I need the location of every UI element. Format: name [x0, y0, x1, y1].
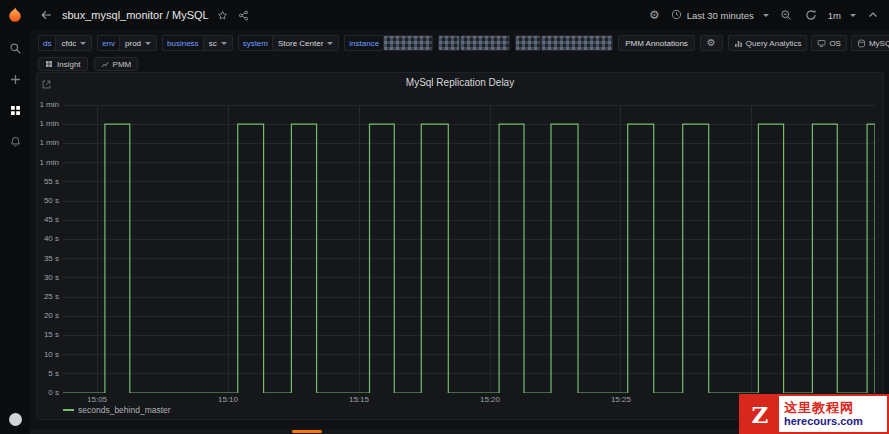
- sidebar-bottom: [4, 397, 26, 428]
- x-axis-tick-label: 15:20: [476, 395, 504, 404]
- variable-label: instance: [344, 35, 383, 51]
- y-axis-tick-label: 25 s: [37, 293, 59, 301]
- variable-value-dropdown[interactable]: cfdc: [55, 35, 92, 51]
- variable-value-dropdown[interactable]: [383, 35, 433, 51]
- variable-ds: dscfdc: [38, 35, 92, 51]
- topnav-right-controls: ⚙ Last 30 minutes 1m: [647, 7, 881, 23]
- y-axis-tick-label: 10 s: [37, 351, 59, 359]
- chevron-down-icon: [850, 14, 856, 17]
- legend-color-marker: [63, 409, 74, 411]
- dashboard-link-insight[interactable]: Insight: [38, 57, 88, 71]
- variable-value-dropdown[interactable]: [460, 35, 510, 51]
- filter-bar: dscfdcenvprodbusinessscsystemStore Cente…: [30, 30, 889, 56]
- y-axis-tick-label: 1 min: [37, 159, 59, 167]
- legend-series-name[interactable]: seconds_behind_master: [78, 405, 171, 415]
- variable-label: ds: [38, 35, 55, 51]
- create-plus-icon[interactable]: [4, 70, 26, 88]
- chart-gridlines: [63, 105, 875, 393]
- quick-links: Query AnalyticsOSMySQLMongoDBHACloud: [728, 35, 889, 51]
- chevron-down-icon: [763, 14, 769, 17]
- y-axis-tick-label: 40 s: [37, 235, 59, 243]
- dashboard-link-pmm[interactable]: PMM: [94, 57, 139, 71]
- quick-link-label: MySQL: [869, 39, 889, 48]
- user-avatar[interactable]: [4, 410, 26, 428]
- star-icon[interactable]: [215, 8, 230, 23]
- x-axis-tick-label: 15:05: [83, 395, 111, 404]
- variable-redacted: [515, 35, 613, 51]
- watermark: Z 这里教程网 herecours.com: [739, 394, 889, 434]
- y-axis-tick-label: 1 min: [37, 120, 59, 128]
- variable-list: dscfdcenvprodbusinessscsystemStore Cente…: [38, 35, 613, 51]
- share-icon[interactable]: [236, 8, 251, 23]
- top-navigation: sbux_mysql_monitor / MySQL ⚙ Last 30 min…: [30, 0, 889, 30]
- watermark-logo-letter: Z: [752, 401, 769, 428]
- variable-label: [515, 35, 541, 51]
- chart-plot[interactable]: [63, 105, 875, 393]
- annotations-settings-button[interactable]: ⚙: [700, 35, 723, 51]
- chevron-down-icon: [80, 42, 86, 45]
- quick-link-query-analytics[interactable]: Query Analytics: [728, 35, 808, 51]
- quick-link-label: Query Analytics: [746, 39, 802, 48]
- chevron-down-icon: [327, 42, 333, 45]
- gear-icon: ⚙: [707, 38, 716, 48]
- chevron-down-icon: [145, 42, 151, 45]
- back-arrow-button[interactable]: [38, 7, 54, 23]
- variable-value-dropdown[interactable]: [541, 35, 613, 51]
- y-axis-tick-label: 50 s: [37, 197, 59, 205]
- chevron-up-icon[interactable]: [865, 7, 881, 23]
- chevron-down-icon: [221, 42, 227, 45]
- panel-mysql-replication-delay: MySql Replication Delay 1 min1 min1 min1…: [36, 72, 884, 420]
- chart-svg: [63, 105, 875, 393]
- variable-redacted: [438, 35, 510, 51]
- variable-value-dropdown[interactable]: prod: [119, 35, 157, 51]
- avatar-circle: [9, 413, 22, 426]
- dashboard-title[interactable]: sbux_mysql_monitor / MySQL: [62, 9, 209, 21]
- watermark-site-text: herecours.com: [784, 415, 887, 428]
- panel-title[interactable]: MySql Replication Delay: [37, 77, 883, 88]
- dashboard-link-label: Insight: [57, 60, 81, 69]
- dashboards-icon[interactable]: [4, 101, 26, 119]
- analytics-icon: [734, 39, 743, 48]
- variable-label: system: [238, 35, 272, 51]
- y-axis-tick-label: 35 s: [37, 255, 59, 263]
- quick-link-mysql[interactable]: MySQL: [851, 35, 889, 51]
- time-range-label: Last 30 minutes: [687, 10, 754, 21]
- search-icon[interactable]: [4, 39, 26, 57]
- alerting-bell-icon[interactable]: [4, 132, 26, 150]
- mysql-icon: [857, 39, 866, 48]
- dashboard-settings-gear-icon[interactable]: ⚙: [647, 7, 662, 23]
- variable-system: systemStore Center: [238, 35, 340, 51]
- refresh-interval-picker[interactable]: 1m: [828, 10, 856, 21]
- variable-value-dropdown[interactable]: sc: [203, 35, 233, 51]
- scrollbar-thumb[interactable]: [292, 430, 322, 433]
- watermark-cn-text: 这里教程网: [784, 400, 887, 415]
- variable-env: envprod: [97, 35, 157, 51]
- y-axis-tick-label: 55 s: [37, 178, 59, 186]
- refresh-icon[interactable]: [803, 7, 819, 23]
- chart-legend[interactable]: seconds_behind_master: [63, 405, 171, 415]
- sidebar: [0, 0, 30, 434]
- grafana-logo[interactable]: [5, 6, 25, 26]
- y-axis-tick-label: 0 s: [37, 389, 59, 397]
- gear-icon: ⚙: [649, 9, 660, 21]
- clock-icon: [671, 9, 682, 22]
- os-icon: [817, 39, 826, 48]
- pmm-annotations-button[interactable]: PMM Annotations: [618, 35, 695, 51]
- time-range-picker[interactable]: Last 30 minutes: [671, 9, 769, 22]
- variable-label: business: [162, 35, 203, 51]
- y-axis-tick-label: 30 s: [37, 274, 59, 282]
- quick-link-os[interactable]: OS: [811, 35, 847, 51]
- variable-label: env: [97, 35, 119, 51]
- grafana-dashboard-page: sbux_mysql_monitor / MySQL ⚙ Last 30 min…: [0, 0, 889, 434]
- dashboard-links-row: InsightPMM: [30, 56, 889, 72]
- chart-icon: [101, 60, 109, 68]
- variable-instance: instance: [344, 35, 433, 51]
- y-axis-tick-label: 1 min: [37, 101, 59, 109]
- y-axis-tick-label: 20 s: [37, 312, 59, 320]
- x-axis-tick-label: 15:25: [607, 395, 635, 404]
- grid-icon: [45, 60, 53, 68]
- watermark-logo: Z: [741, 396, 779, 432]
- zoom-out-icon[interactable]: [778, 7, 794, 23]
- refresh-interval-label: 1m: [828, 10, 841, 21]
- variable-value-dropdown[interactable]: Store Center: [272, 35, 339, 51]
